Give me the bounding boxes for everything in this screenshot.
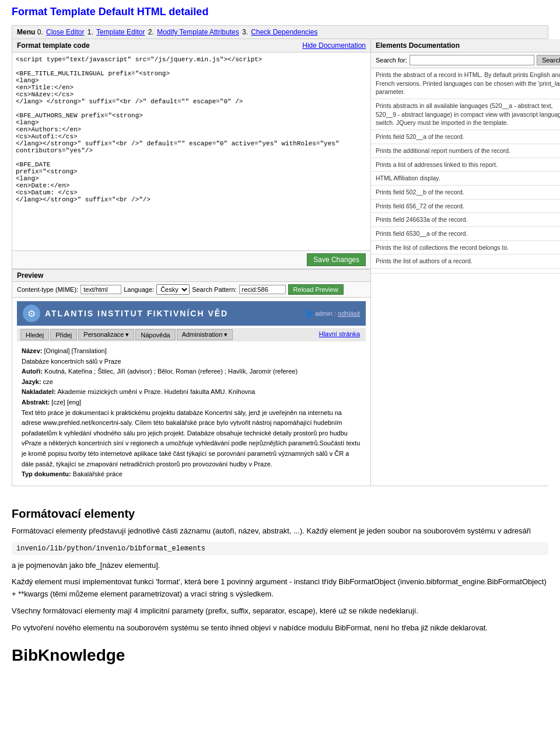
publisher-field-label: Nakladatel: (22, 388, 56, 395)
doc-type-value: Bakalářské práce (73, 470, 123, 477)
authors-field-label: Autoři: (22, 368, 43, 375)
atlantis-logo-icon: ⚙ (23, 305, 40, 322)
content-type-input[interactable] (80, 285, 121, 294)
abstract-text: Text této práce je dokumentací k praktic… (22, 408, 361, 470)
language-select[interactable]: Česky (156, 284, 190, 295)
doc-item-7: Prints field 656_72 of the record. (371, 200, 560, 214)
doc-item-4: Prints a list of addresses linked to thi… (371, 158, 560, 172)
doc-item-2: Prints field 520__a of the record. (371, 130, 560, 144)
nav-pridej[interactable]: Přidej (50, 329, 77, 340)
doc-desc-0: Prints the abstract of a record in HTML.… (376, 71, 560, 96)
doc-desc-2: Prints field 520__a of the record. (376, 132, 560, 141)
atlantis-institute-name: Atlantis Institut Fiktivních Věd (45, 309, 228, 318)
menu-template-editor[interactable]: Template Editor (96, 28, 145, 36)
preview-content: ⚙ Atlantis Institut Fiktivních Věd 👤 adm… (12, 298, 370, 486)
language-value: cze (43, 378, 53, 385)
section2-heading: BibKnowledge (12, 646, 548, 665)
title-field-label: Název: (22, 347, 42, 354)
menu-item-1: 1. Template Editor (88, 28, 146, 36)
atlantis-logo: ⚙ Atlantis Institut Fiktivních Věd (23, 305, 228, 322)
hide-documentation-link[interactable]: Hide Documentation (302, 41, 366, 50)
nav-administration[interactable]: Administration ▾ (177, 329, 233, 340)
menu-label: Menu (17, 28, 35, 36)
page-title: Format Template Default HTML detailed (12, 6, 548, 18)
search-row: Search for: Search (371, 53, 560, 68)
doc-desc-11: Prints the list of authors of a record. (376, 257, 560, 266)
menu-item-2: 2. Modify Template Attributes (148, 28, 240, 36)
section1-para3: Každý element musí implementovat funkci … (12, 576, 548, 601)
section1-para2: a je pojmenován jako bfe_[název elementu… (12, 560, 548, 572)
menu-item-0: 0. Close Editor (37, 28, 86, 36)
menu-item-3: 3. Check Dependencies (242, 28, 318, 36)
authors-value: Koutná, Kateřina ; Štilec, Jiří (advisor… (44, 368, 298, 375)
two-col-layout: Format template code Hide Documentation … (12, 39, 548, 486)
section1-para1: Formátovací elementy představují jednotl… (12, 525, 548, 538)
atlantis-nav: Hledej Přidej Personalizace ▾ Nápověda A… (17, 328, 366, 341)
doc-desc-10: Prints the list of collections the recor… (376, 243, 560, 252)
section1-heading: Formátovací elementy (12, 507, 548, 521)
docs-search-button[interactable]: Search (537, 55, 560, 65)
atlantis-username: admin (315, 310, 332, 317)
atlantis-user-info: 👤 admin : odhlásit (305, 310, 360, 318)
doc-item-8: Prints field 246633a of the record. (371, 213, 560, 227)
doc-item-10: Prints the list of collections the recor… (371, 241, 560, 255)
atlantis-header: ⚙ Atlantis Institut Fiktivních Věd 👤 adm… (17, 301, 366, 326)
language-field-label: Jazyk: (22, 378, 41, 385)
doc-item-1: Prints abstracts in all available langua… (371, 99, 560, 130)
doc-item-9: Prints field 6530__a of the record. (371, 227, 560, 241)
doc-desc-8: Prints field 246633a of the record. (376, 215, 560, 224)
main-container: Menu 0. Close Editor 1. Template Editor … (12, 25, 548, 486)
right-panel: Elements Documentation Search for: Searc… (371, 39, 560, 486)
language-label: Language: (124, 286, 154, 293)
save-changes-button[interactable]: Save Changes (307, 253, 366, 266)
abstract-field-label: Abstrakt: (22, 399, 50, 406)
publisher-value: Akademie múzických umění v Praze. Hudebn… (57, 388, 255, 395)
section1-para4: Všechny formátovací elementy mají 4 impl… (12, 605, 548, 618)
menu-bar: Menu 0. Close Editor 1. Template Editor … (12, 26, 548, 39)
subtitle: Databáze koncertních sálů v Praze (22, 357, 361, 367)
nav-personalizace[interactable]: Personalizace ▾ (78, 329, 134, 340)
doc-item-3: Prints the additional report numbers of … (371, 144, 560, 158)
search-pattern-input[interactable] (239, 285, 286, 294)
doc-item-11: Prints the list of authors of a record. (371, 254, 560, 268)
code-panel-header: Format template code Hide Documentation (12, 39, 370, 53)
preview-controls: Content-type (MIME): Language: Česky Sea… (12, 282, 370, 298)
body-content: Formátovací elementy Formátovací element… (12, 492, 548, 675)
docs-list: Prints the abstract of a record in HTML.… (371, 68, 560, 395)
reload-preview-button[interactable]: Reload Preview (288, 284, 344, 295)
doc-type-label: Typ dokumentu: (22, 470, 71, 477)
doc-desc-7: Prints field 656_72 of the record. (376, 202, 560, 211)
code-header-label: Format template code (17, 41, 90, 50)
atlantis-logout-link[interactable]: odhlásit (338, 310, 360, 317)
section1-para5: Po vytvoření nového elementu na souborov… (12, 622, 548, 634)
preview-header: Preview (12, 270, 370, 282)
abstract-langs: [cze] [eng] (51, 399, 81, 406)
doc-item-0: Prints the abstract of a record in HTML.… (371, 68, 560, 99)
right-panel-header: Elements Documentation (371, 39, 560, 53)
doc-desc-5: HTML Affiliation display. (376, 174, 560, 183)
title-value: [Original] [Translation] (44, 347, 107, 354)
record-info: Název: [Original] [Translation] Databáze… (17, 344, 366, 482)
doc-desc-1: Prints abstracts in all available langua… (376, 102, 560, 127)
doc-desc-3: Prints the additional report numbers of … (376, 146, 560, 155)
save-button-row: Save Changes (12, 251, 370, 269)
menu-check-deps[interactable]: Check Dependencies (251, 28, 317, 36)
nav-hledej[interactable]: Hledej (20, 329, 49, 340)
search-pattern-label: Search Pattern: (192, 286, 236, 293)
nav-napoveda[interactable]: Nápověda (135, 329, 175, 340)
doc-desc-4: Prints a list of addresses linked to thi… (376, 161, 560, 169)
content-type-label: Content-type (MIME): (17, 286, 78, 293)
preview-section: Preview Content-type (MIME): Language: Č… (12, 269, 370, 486)
menu-close-editor[interactable]: Close Editor (46, 28, 84, 36)
left-panel: Format template code Hide Documentation … (12, 39, 371, 486)
code-editor-area[interactable]: <script type="text/javascript" src="/js/… (12, 53, 370, 251)
doc-desc-6: Prints field 502__b of the record. (376, 188, 560, 197)
docs-search-input[interactable] (410, 55, 534, 65)
section1-code: invenio/lib/python/invenio/bibformat_ele… (12, 542, 548, 555)
main-page-link[interactable]: Hlavní stránka (317, 329, 362, 340)
doc-desc-9: Prints field 6530__a of the record. (376, 229, 560, 238)
doc-item-6: Prints field 502__b of the record. (371, 186, 560, 200)
menu-modify-template[interactable]: Modify Template Attributes (157, 28, 239, 36)
search-for-label: Search for: (376, 57, 407, 64)
doc-item-12 (371, 268, 560, 274)
